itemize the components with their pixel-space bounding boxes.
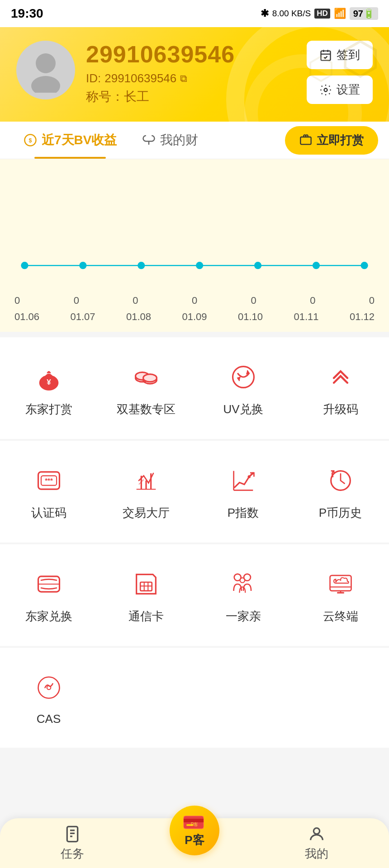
profile-id: ID: 29910639546 ⧉: [86, 71, 296, 85]
status-icons: ✱ 8.00 KB/S HD 📶 97🔋: [261, 7, 378, 20]
svg-point-17: [361, 262, 368, 269]
chart-point-5: 0: [310, 295, 315, 307]
menu-label-authcode: 认证码: [31, 505, 66, 521]
menu-item-cloud[interactable]: 云终端: [292, 553, 389, 637]
svg-point-15: [254, 262, 261, 269]
profile-title: 称号：长工: [86, 88, 296, 105]
chart-point-6: 0: [369, 295, 375, 307]
chart-date-5: 01.11: [294, 311, 318, 323]
nav-mine[interactable]: 我的: [305, 825, 328, 862]
auth-code-icon: ***: [31, 462, 67, 499]
chart-canvas: [11, 170, 378, 288]
menu-item-double[interactable]: 双基数专区: [97, 346, 194, 430]
chart-date-3: 01.09: [182, 311, 207, 323]
menu-item-family[interactable]: 一家亲: [194, 553, 292, 637]
svg-point-45: [240, 578, 245, 583]
nav-center[interactable]: P客 P客: [170, 806, 219, 855]
svg-point-35: [247, 475, 250, 478]
cas-icon: [31, 670, 67, 706]
svg-rect-2: [321, 51, 331, 60]
tab-my-wealth[interactable]: 我的财: [129, 122, 211, 159]
money-bag-icon: ¥: [31, 359, 67, 395]
chart-date-2: 01.08: [126, 311, 151, 323]
nav-center-label: P客: [185, 832, 204, 848]
svg-rect-9: [300, 137, 311, 144]
hd-badge: HD: [314, 9, 330, 19]
chart-date-0: 01.06: [14, 311, 39, 323]
nav-task-label: 任务: [61, 846, 84, 862]
profile-card: ⬡ ⬡ 29910639546 ID: 29910639546 ⧉ 称号：长工: [0, 27, 389, 122]
exchange-icon: [31, 566, 67, 602]
avatar: [16, 41, 75, 99]
pclient-icon: P客: [183, 813, 206, 830]
menu-item-simcard[interactable]: 通信卡: [97, 553, 194, 637]
time-display: 19:30: [11, 6, 43, 21]
menu-label-upgrade: 升级码: [323, 401, 358, 417]
svg-text:¥: ¥: [47, 378, 51, 387]
cas-row: CAS: [0, 657, 389, 739]
cloud-terminal-icon: [323, 566, 359, 602]
reward-button[interactable]: 立即打赏: [285, 126, 378, 155]
chart-point-2: 0: [133, 295, 138, 307]
copy-id-icon[interactable]: ⧉: [180, 73, 187, 85]
menu-item-uv[interactable]: UV兑换: [194, 346, 292, 430]
menu-item-phistory[interactable]: P币历史: [292, 450, 389, 533]
speed-display: 8.00 KB/S: [272, 9, 311, 19]
profile-info: 29910639546 ID: 29910639546 ⧉ 称号：长工: [86, 41, 296, 105]
menu-grid-3: 东家兑换 通信卡: [0, 553, 389, 637]
menu-item-pindex[interactable]: P指数: [194, 450, 292, 533]
chart-svg: [11, 170, 378, 288]
nav-task[interactable]: 任务: [61, 825, 84, 862]
menu-grid-2: *** 认证码 交易大厅: [0, 450, 389, 533]
svg-point-23: [143, 374, 157, 382]
menu-label-trading: 交易大厅: [123, 505, 170, 521]
menu-item-authcode[interactable]: *** 认证码: [0, 450, 97, 533]
settings-button[interactable]: 设置: [307, 75, 373, 104]
cas-section: CAS: [0, 648, 389, 748]
svg-point-12: [79, 262, 86, 269]
chart-point-1: 0: [74, 295, 79, 307]
chart-point-0: 0: [14, 295, 20, 307]
sim-card-icon: [128, 566, 164, 602]
menu-item-reward[interactable]: ¥ 东家打赏: [0, 346, 97, 430]
chart-date-1: 01.07: [70, 311, 95, 323]
svg-text:$: $: [29, 137, 32, 144]
chart-date-6: 01.12: [350, 311, 375, 323]
uv-icon: [225, 359, 261, 395]
svg-point-14: [196, 262, 203, 269]
task-icon: [63, 825, 81, 843]
menu-item-trading[interactable]: 交易大厅: [97, 450, 194, 533]
menu-label-cas: CAS: [37, 712, 61, 726]
svg-text:***: ***: [45, 476, 53, 484]
coins-icon: [128, 359, 164, 395]
checkin-button[interactable]: 签到: [307, 41, 373, 69]
menu-label-double: 双基数专区: [117, 401, 176, 417]
menu-item-cas[interactable]: CAS: [0, 657, 97, 739]
menu-label-cloud: 云终端: [323, 609, 358, 624]
bluetooth-icon: ✱: [261, 8, 269, 19]
tab-bv-earnings[interactable]: $ 近7天BV收益: [11, 122, 129, 159]
menu-label-simcard: 通信卡: [128, 609, 164, 624]
chart-date-4: 01.10: [238, 311, 263, 323]
svg-point-0: [36, 53, 56, 73]
svg-point-50: [38, 677, 59, 698]
chart-point-3: 0: [192, 295, 197, 307]
svg-point-1: [31, 76, 60, 93]
tabs-bar: $ 近7天BV收益 我的财 立即打赏: [0, 122, 389, 159]
network-icon: 📶: [334, 8, 346, 19]
menu-item-upgrade[interactable]: 升级码: [292, 346, 389, 430]
svg-point-11: [21, 262, 28, 269]
menu-section-3: 东家兑换 通信卡: [0, 544, 389, 646]
trading-icon: [128, 462, 164, 499]
chart-area: 0 0 0 0 0 0 0 01.06 01.07 01.08 01.09 01…: [0, 159, 389, 332]
svg-point-6: [324, 88, 327, 91]
nav-center-circle: P客 P客: [170, 806, 219, 855]
menu-item-exchange[interactable]: 东家兑换: [0, 553, 97, 637]
svg-point-16: [313, 262, 320, 269]
battery-icon: 97🔋: [350, 7, 378, 20]
profile-actions: 签到 设置: [307, 41, 373, 104]
chart-point-4: 0: [251, 295, 256, 307]
svg-point-13: [138, 262, 145, 269]
svg-point-61: [313, 828, 319, 834]
menu-label-uv: UV兑换: [223, 401, 263, 417]
